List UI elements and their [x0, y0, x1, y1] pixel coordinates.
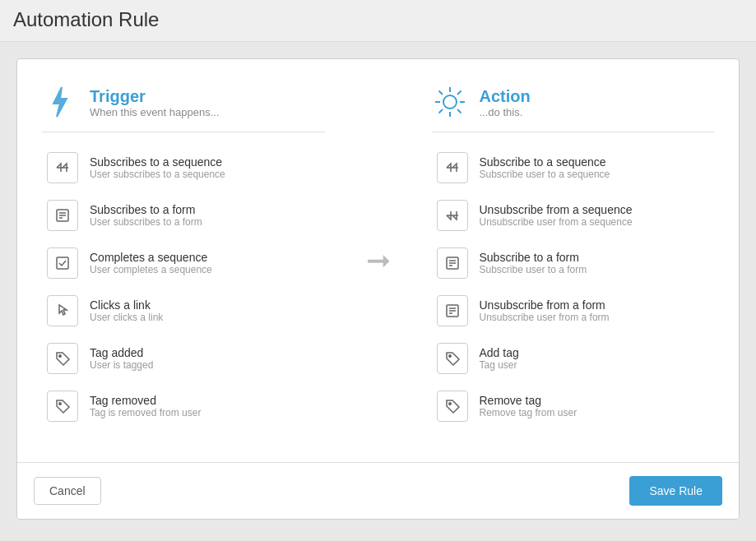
list-item[interactable]: Add tagTag user: [432, 335, 715, 382]
page-title: Automation Rule: [13, 8, 743, 31]
item-subtitle: User completes a sequence: [90, 264, 212, 275]
sequence-subscribe-icon: [47, 152, 78, 183]
list-item[interactable]: Unsubscribe from a formUnsubscribe user …: [432, 287, 715, 335]
action-panel: Action ...do this. Subscribe to a sequen…: [407, 59, 740, 462]
item-title: Add tag: [480, 346, 519, 359]
item-text: Clicks a linkUser clicks a link: [90, 298, 163, 323]
list-item[interactable]: Subscribes to a sequenceUser subscribes …: [42, 144, 325, 192]
tag-icon: [437, 391, 468, 422]
item-title: Tag removed: [90, 394, 201, 407]
svg-line-18: [438, 109, 443, 113]
action-item-list: Subscribe to a sequenceSubscribe user to…: [432, 144, 715, 430]
item-subtitle: Subscribe user to a sequence: [480, 169, 610, 180]
item-subtitle: User clicks a link: [90, 312, 163, 323]
item-title: Subscribes to a form: [90, 203, 202, 216]
modal: Trigger When this event happens... Subsc…: [16, 58, 740, 520]
item-text: Subscribes to a formUser subscribes to a…: [90, 203, 202, 228]
item-title: Clicks a link: [90, 298, 163, 312]
item-title: Subscribes to a sequence: [90, 155, 225, 169]
action-title: Action: [480, 86, 531, 106]
list-item[interactable]: Subscribe to a formSubscribe user to a f…: [432, 239, 715, 287]
trigger-subtitle: When this event happens...: [90, 106, 220, 118]
item-subtitle: Subscribe user to a form: [480, 264, 587, 275]
arrow-icon: ➞: [366, 246, 391, 275]
item-title: Subscribe to a form: [480, 251, 587, 264]
item-subtitle: User is tagged: [90, 359, 153, 371]
item-text: Subscribe to a formSubscribe user to a f…: [480, 251, 587, 275]
item-text: Unsubscribe from a formUnsubscribe user …: [480, 298, 610, 323]
trigger-icon: [42, 84, 78, 120]
svg-point-10: [443, 95, 457, 109]
svg-rect-7: [57, 257, 68, 269]
pointer-icon: [47, 295, 78, 326]
list-item[interactable]: Tag removedTag is removed from user: [42, 382, 325, 430]
svg-line-15: [438, 91, 443, 95]
cancel-button[interactable]: Cancel: [34, 477, 101, 505]
action-icon: [432, 84, 468, 120]
item-subtitle: Unsubscribe user from a form: [480, 312, 610, 323]
arrow-divider: ➞: [350, 59, 407, 462]
item-text: Unsubscribe from a sequenceUnsubscribe u…: [480, 203, 633, 228]
item-subtitle: User subscribes to a form: [90, 216, 202, 228]
sequence-unsubscribe-icon: [437, 200, 468, 231]
action-header: Action ...do this.: [432, 84, 715, 132]
page-header: Automation Rule: [0, 0, 756, 42]
trigger-header: Trigger When this event happens...: [42, 84, 325, 132]
item-text: Tag addedUser is tagged: [90, 346, 153, 371]
item-subtitle: Remove tag from user: [480, 407, 577, 418]
svg-line-17: [457, 91, 461, 95]
item-text: Remove tagRemove tag from user: [480, 394, 577, 418]
svg-point-8: [59, 355, 61, 357]
item-subtitle: Unsubscribe user from a sequence: [480, 216, 633, 228]
list-item[interactable]: Completes a sequenceUser completes a seq…: [42, 239, 325, 287]
list-item[interactable]: Clicks a linkUser clicks a link: [42, 287, 325, 335]
trigger-title: Trigger: [90, 86, 220, 106]
list-item[interactable]: Unsubscribe from a sequenceUnsubscribe u…: [432, 192, 715, 239]
modal-footer: Cancel Save Rule: [17, 462, 739, 519]
item-text: Tag removedTag is removed from user: [90, 394, 201, 418]
svg-point-32: [448, 403, 450, 405]
item-text: Add tagTag user: [480, 346, 519, 371]
list-item[interactable]: Tag addedUser is tagged: [42, 335, 325, 382]
item-title: Unsubscribe from a form: [480, 298, 610, 312]
save-rule-button[interactable]: Save Rule: [629, 476, 722, 506]
item-subtitle: Tag is removed from user: [90, 407, 201, 418]
item-text: Subscribes to a sequenceUser subscribes …: [90, 155, 225, 180]
svg-point-9: [59, 403, 61, 405]
tag-icon: [47, 343, 78, 374]
list-item[interactable]: Subscribe to a sequenceSubscribe user to…: [432, 144, 715, 192]
tag-icon: [437, 343, 468, 374]
svg-line-16: [457, 109, 461, 113]
trigger-item-list: Subscribes to a sequenceUser subscribes …: [42, 144, 325, 430]
item-text: Subscribe to a sequenceSubscribe user to…: [480, 155, 610, 180]
item-title: Subscribe to a sequence: [480, 155, 610, 169]
tag-icon: [47, 391, 78, 422]
trigger-panel: Trigger When this event happens... Subsc…: [17, 59, 350, 462]
item-title: Tag added: [90, 346, 153, 359]
item-subtitle: Tag user: [480, 359, 519, 371]
item-subtitle: User subscribes to a sequence: [90, 169, 225, 180]
item-title: Completes a sequence: [90, 251, 212, 264]
item-text: Completes a sequenceUser completes a seq…: [90, 251, 212, 275]
action-subtitle: ...do this.: [480, 106, 531, 118]
svg-point-31: [448, 355, 450, 357]
list-item[interactable]: Remove tagRemove tag from user: [432, 382, 715, 430]
list-item[interactable]: Subscribes to a formUser subscribes to a…: [42, 192, 325, 239]
form-icon: [47, 200, 78, 231]
form-icon: [437, 247, 468, 279]
modal-outer: Trigger When this event happens... Subsc…: [0, 42, 756, 536]
form-icon: [437, 295, 468, 326]
modal-body: Trigger When this event happens... Subsc…: [17, 59, 739, 462]
svg-marker-0: [53, 87, 67, 117]
checkmark-icon: [47, 247, 78, 279]
sequence-subscribe-icon: [437, 152, 468, 183]
item-title: Unsubscribe from a sequence: [480, 203, 633, 216]
item-title: Remove tag: [480, 394, 577, 407]
